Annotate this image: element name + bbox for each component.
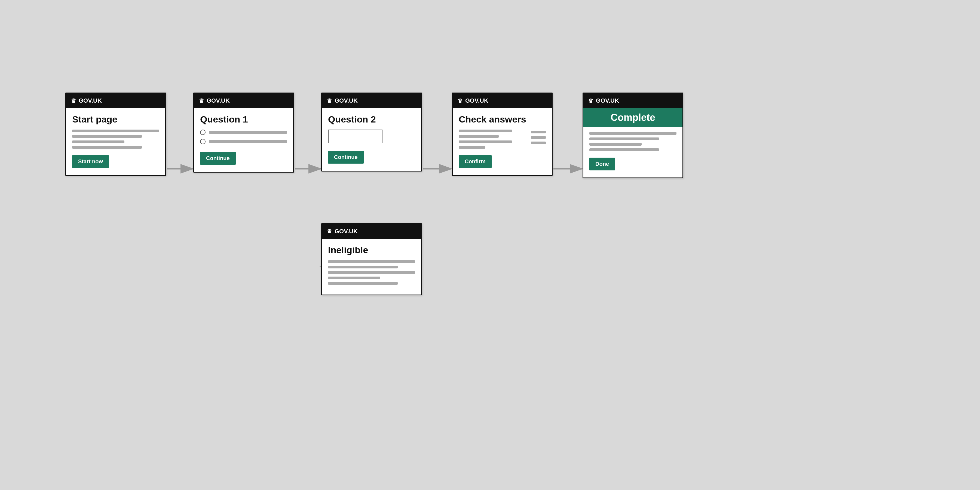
- radio-item-2: [200, 139, 287, 144]
- complete-card: ♛ GOV.UK Complete Done: [582, 92, 683, 178]
- done-button[interactable]: Done: [589, 158, 615, 170]
- inel-line-5: [328, 282, 398, 285]
- ca-line-2: [459, 135, 499, 138]
- check-answers-right: [531, 130, 546, 151]
- check-answers-title: Check answers: [459, 114, 546, 125]
- ca-small-3: [531, 142, 546, 144]
- start-page-header: ♛ GOV.UK: [66, 93, 165, 108]
- ca-line-1: [459, 130, 512, 132]
- radio-line-1: [209, 131, 287, 134]
- continue-button-2[interactable]: Continue: [328, 151, 364, 164]
- crown-icon-2: ♛: [199, 97, 204, 104]
- radio-circle-2: [200, 139, 205, 144]
- text-line-2: [72, 135, 142, 138]
- check-answers-content: [459, 130, 546, 151]
- ca-small-1: [531, 130, 546, 134]
- radio-line-2: [209, 140, 287, 143]
- complete-header: ♛ GOV.UK: [583, 93, 682, 108]
- govuk-label-2: GOV.UK: [207, 97, 230, 104]
- comp-line-4: [589, 148, 659, 151]
- check-answers-lines: [459, 130, 525, 151]
- diagram-container: ♛ GOV.UK Start page Start now ♛ GOV.UK Q…: [0, 0, 980, 490]
- comp-line-3: [589, 143, 642, 146]
- ca-small-2: [531, 136, 546, 139]
- ca-line-3: [459, 140, 512, 143]
- govuk-label-1: GOV.UK: [79, 97, 102, 104]
- comp-line-2: [589, 137, 659, 140]
- question2-input-box[interactable]: [328, 130, 382, 143]
- ineligible-body: Ineligible: [322, 239, 421, 294]
- crown-icon-6: ♛: [327, 228, 332, 235]
- question1-title: Question 1: [200, 114, 287, 125]
- comp-line-1: [589, 132, 676, 135]
- crown-icon-3: ♛: [327, 97, 332, 104]
- start-page-body: Start page Start now: [66, 108, 165, 175]
- question1-header: ♛ GOV.UK: [194, 93, 293, 108]
- inel-line-2: [328, 266, 398, 269]
- ineligible-header: ♛ GOV.UK: [322, 224, 421, 239]
- arrows-svg: [27, 0, 953, 490]
- ca-line-4: [459, 146, 485, 149]
- start-now-button[interactable]: Start now: [72, 155, 109, 168]
- crown-icon-1: ♛: [71, 97, 76, 104]
- govuk-label-6: GOV.UK: [334, 228, 358, 235]
- inel-line-4: [328, 277, 380, 279]
- check-answers-body: Check answers Confirm: [453, 108, 552, 175]
- question2-body: Question 2 Continue: [322, 108, 421, 171]
- radio-circle-1: [200, 130, 205, 135]
- flow-area: ♛ GOV.UK Start page Start now ♛ GOV.UK Q…: [27, 0, 953, 490]
- complete-title: Complete: [583, 108, 682, 127]
- question2-title: Question 2: [328, 114, 415, 125]
- check-answers-header: ♛ GOV.UK: [453, 93, 552, 108]
- question2-card: ♛ GOV.UK Question 2 Continue: [321, 92, 422, 172]
- continue-button-1[interactable]: Continue: [200, 152, 236, 165]
- question1-card: ♛ GOV.UK Question 1 Continue: [193, 92, 294, 173]
- inel-line-1: [328, 260, 415, 263]
- radio-item-1: [200, 130, 287, 135]
- ineligible-card: ♛ GOV.UK Ineligible: [321, 223, 422, 295]
- start-page-card: ♛ GOV.UK Start page Start now: [65, 92, 166, 176]
- govuk-label-5: GOV.UK: [596, 97, 619, 104]
- start-page-title: Start page: [72, 114, 159, 125]
- question2-header: ♛ GOV.UK: [322, 93, 421, 108]
- govuk-label-4: GOV.UK: [465, 97, 488, 104]
- crown-icon-4: ♛: [458, 97, 463, 104]
- ineligible-title: Ineligible: [328, 245, 415, 255]
- question1-body: Question 1 Continue: [194, 108, 293, 172]
- inel-line-3: [328, 271, 415, 274]
- govuk-label-3: GOV.UK: [334, 97, 358, 104]
- confirm-button[interactable]: Confirm: [459, 155, 492, 168]
- radio-group-1: [200, 130, 287, 144]
- text-line-4: [72, 146, 142, 149]
- text-line-3: [72, 140, 124, 143]
- complete-body: Complete Done: [583, 108, 682, 178]
- crown-icon-5: ♛: [588, 97, 593, 104]
- check-answers-card: ♛ GOV.UK Check answers: [452, 92, 553, 176]
- text-line-1: [72, 130, 159, 132]
